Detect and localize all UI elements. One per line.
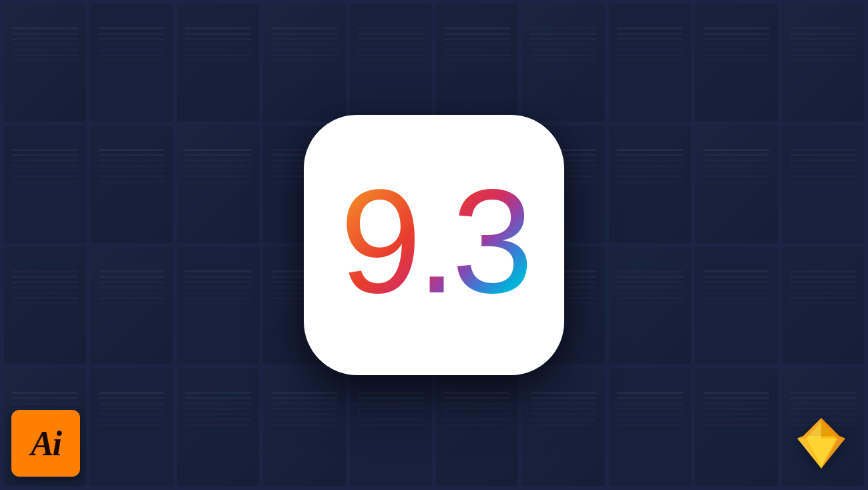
sketch-logo <box>791 413 851 473</box>
illustrator-badge: Ai <box>11 410 80 477</box>
ai-label: Ai <box>31 424 61 463</box>
version-number: 9.3 <box>340 168 528 322</box>
ios-app-icon: 9.3 <box>304 115 564 375</box>
sketch-badge <box>788 410 855 477</box>
